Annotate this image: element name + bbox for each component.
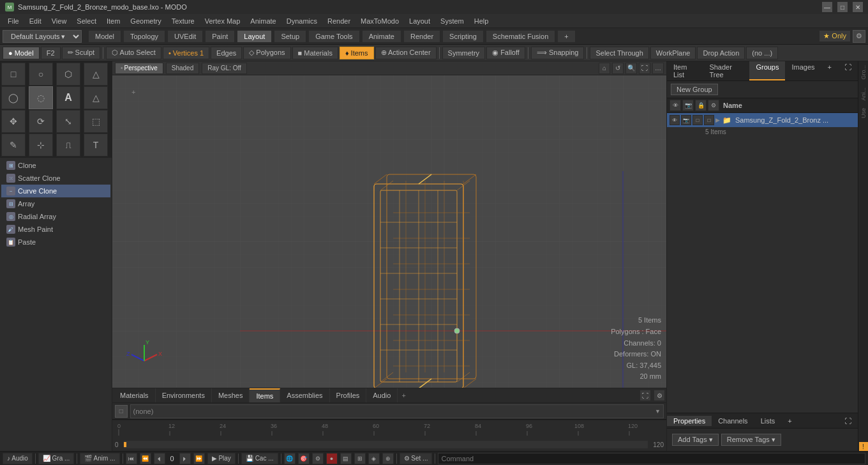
tool-icon-extra[interactable]: T [84,133,108,156]
prop-tab-expand[interactable]: ⛶ [838,416,858,426]
tool-polygons[interactable]: ◇ Polygons [243,47,290,59]
tool-icon-flatten[interactable]: ⎍ [56,133,80,156]
group-render-icon[interactable]: 📷 [681,115,691,125]
tab-shader-tree[interactable]: Shader Tree [703,61,749,80]
tool-icon-scale[interactable]: ⤡ [56,110,80,133]
tool-icon-cylinder[interactable]: ⬡ [56,63,80,86]
extra-icon-3[interactable]: ◈ [368,453,380,464]
vp-perspective[interactable]: • Perspective [115,63,163,74]
extra-icon-2[interactable]: ⊞ [354,453,366,464]
menu-dynamics[interactable]: Dynamics [281,16,322,26]
tool-symmetry[interactable]: Symmetry [442,47,486,59]
vp-icon-expand[interactable]: ⛶ [639,63,650,74]
group-visibility-icon[interactable]: 👁 [670,115,680,125]
menu-geometry[interactable]: Geometry [125,16,166,26]
groups-icon-lock[interactable]: 🔒 [695,100,707,111]
tool-icon-cone[interactable]: △ [84,63,108,86]
prop-tab-properties[interactable]: Properties [667,416,712,426]
command-input[interactable] [438,453,865,464]
play-button[interactable]: ▶ Play [207,453,236,464]
item-visibility-icon[interactable]: □ [115,405,128,418]
tool-items[interactable]: ♦ Items [340,47,374,59]
tool-mesh-paint[interactable]: 🖌 Mesh Paint [1,223,110,236]
settings-button[interactable]: ⚙ Set ... [400,453,433,464]
vp-icon-more[interactable]: … [652,63,664,74]
tab-add-button[interactable]: + [398,390,409,400]
vp-icon-home[interactable]: ⌂ [599,63,610,74]
tool-vertices[interactable]: • Vertices 1 [163,47,209,59]
strip-label-anim[interactable]: Ani... [860,84,867,105]
extra-icon-1[interactable]: ▤ [340,453,352,464]
layout-tab-scripting[interactable]: Scripting [442,30,484,43]
tool-array[interactable]: ⊟ Array [1,197,110,210]
config-icon[interactable]: ⚙ [312,453,324,464]
menu-view[interactable]: View [47,16,72,26]
bottom-settings-icon[interactable]: ⚙ [654,390,665,401]
menu-system[interactable]: System [435,16,469,26]
menu-help[interactable]: Help [469,16,494,26]
menu-render[interactable]: Render [322,16,355,26]
strip-label-groups[interactable]: Gro... [860,61,867,84]
audio-button[interactable]: ♪ Audio [3,453,33,464]
mode-model[interactable]: ● Model [3,47,40,59]
layout-tab-uvedit[interactable]: UVEdit [167,30,203,43]
layout-tab-schematic[interactable]: Schematic Fusion [486,30,555,43]
tool-workplane[interactable]: WorkPlane [650,47,696,59]
tab-assemblies[interactable]: Assemblies [280,388,329,402]
layout-tab-layout[interactable]: Layout [237,30,272,43]
tab-panel-add[interactable]: + [821,61,838,80]
tool-icon-prism[interactable]: △ [84,86,108,109]
tool-icon-cube[interactable]: □ [1,63,26,86]
vp-icon-search[interactable]: 🔍 [625,63,637,74]
layout-tab-paint[interactable]: Paint [205,30,235,43]
graph-button[interactable]: 📈 Gra ... [38,453,75,464]
tab-audio[interactable]: Audio [366,388,398,402]
play-start-button[interactable]: ⏮ [126,453,137,464]
remove-tags-button[interactable]: Remove Tags ▾ [721,434,781,446]
tool-icon-torus[interactable]: ◯ [1,86,26,109]
viewport[interactable]: + Z 5 Items Polygons : Face Channels: 0 … [112,75,666,388]
gear-button[interactable]: ⚙ [853,30,865,43]
layout-tab-add[interactable]: + [557,30,575,43]
layout-tab-animate[interactable]: Animate [362,30,401,43]
tool-radial-array[interactable]: ◎ Radial Array [1,210,110,223]
tool-snapping[interactable]: ⟹ Snapping [531,47,585,59]
vp-icon-refresh[interactable]: ↺ [612,63,624,74]
bottom-expand-icon[interactable]: ⛶ [640,390,651,401]
group-expand-icon[interactable]: ▶ [715,117,720,123]
groups-icon-settings[interactable]: ⚙ [708,100,719,111]
menu-item[interactable]: Item [101,16,125,26]
tool-curve-clone[interactable]: ~ Curve Clone [1,185,110,197]
tab-items[interactable]: Items [250,388,280,402]
tab-expand[interactable]: ⛶ [838,61,858,80]
tool-icon-text[interactable]: A [56,86,80,109]
tab-item-list[interactable]: Item List [667,61,703,80]
layout-tab-render[interactable]: Render [403,30,440,43]
group-checkbox-1[interactable]: □ [692,115,703,125]
tool-no-action[interactable]: (no ...) [746,47,778,59]
menu-select[interactable]: Select [71,16,101,26]
tool-scatter-clone[interactable]: ⁙ Scatter Clone [1,172,110,185]
layout-tab-topology[interactable]: Topology [123,30,165,43]
default-layouts-dropdown[interactable]: Default Layouts ▾ [3,30,82,43]
play-prev-button[interactable]: ⏪ [140,453,151,464]
none-select-dropdown[interactable]: (none) ▼ [130,404,664,418]
target-icon[interactable]: 🎯 [298,453,310,464]
tool-icon-rotate[interactable]: ⟳ [29,110,53,133]
play-next-button[interactable]: ⏩ [193,453,205,464]
group-checkbox-2[interactable]: □ [704,115,714,125]
close-button[interactable]: ✕ [853,2,863,12]
cache-button[interactable]: 💾 Cac ... [241,453,278,464]
play-forward-button[interactable]: ⏵ [179,453,191,464]
play-back-button[interactable]: ⏴ [154,453,165,464]
prop-tab-channels[interactable]: Channels [712,416,754,426]
tab-images[interactable]: Images [785,61,821,80]
mode-sculpt[interactable]: ✏ Sculpt [62,47,101,59]
tool-select-through[interactable]: Select Through [590,47,648,59]
tool-materials[interactable]: ■ Materials [292,47,338,59]
tab-groups[interactable]: Groups [749,61,785,80]
globe-icon[interactable]: 🌐 [284,453,296,464]
menu-layout[interactable]: Layout [404,16,435,26]
groups-icon-eye[interactable]: 👁 [670,100,681,111]
tool-action-center[interactable]: ⊕ Action Center [375,47,437,59]
